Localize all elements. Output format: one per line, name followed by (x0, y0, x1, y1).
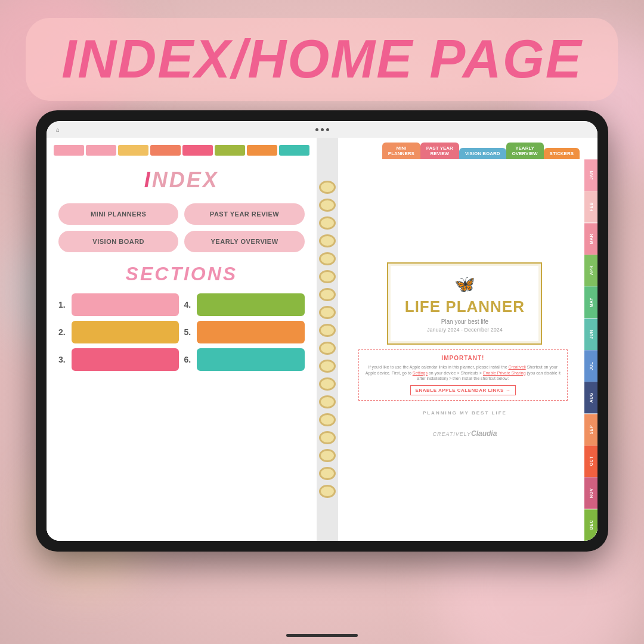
month-tab-nov[interactable]: NOV (584, 477, 597, 509)
color-tab-7 (247, 145, 277, 156)
section-bar-4 (197, 293, 304, 316)
month-tab-oct[interactable]: OCT (584, 445, 597, 477)
color-tab-6 (215, 145, 245, 156)
month-tab-mar[interactable]: MAR (584, 223, 597, 255)
spiral-ring-16 (319, 449, 336, 462)
month-tab-aug[interactable]: AUG (584, 382, 597, 413)
nav-buttons: MINI PLANNERS PAST YEAR REVIEW VISION BO… (54, 203, 309, 252)
section-num-6: 6. (184, 355, 193, 364)
spiral-ring-9 (319, 324, 336, 337)
sections-grid: 1. 4. 2. 5. (54, 293, 309, 371)
spiral-ring-8 (319, 306, 336, 319)
color-tab-1 (54, 145, 84, 156)
month-tab-sep[interactable]: SEP (584, 414, 597, 445)
spiral-ring-5 (319, 252, 336, 265)
left-page: IINDEXNDEX MINI PLANNERS PAST YEAR REVIE… (47, 138, 317, 541)
title-banner: INDEX/HOME PAGE (26, 18, 618, 101)
color-tab-2 (86, 145, 116, 156)
section-row-6: 6. (184, 348, 304, 371)
spiral-ring-3 (319, 216, 336, 230)
top-tabs: MINIPLANNERS PAST YEARREVIEW VISION BOAR… (338, 138, 597, 159)
section-bar-5 (197, 321, 304, 343)
month-tab-may[interactable]: MAY (584, 286, 597, 318)
spiral-ring-2 (319, 199, 336, 212)
color-tab-3 (118, 145, 148, 156)
life-planner-title: LIFE PLANNER (402, 298, 527, 316)
section-row-1: 1. (58, 293, 179, 316)
color-tab-5 (182, 145, 213, 156)
home-indicator (286, 634, 358, 637)
tab-yearly-overview[interactable]: YEARLYOVERVIEW (506, 143, 544, 159)
section-num-4: 4. (184, 300, 193, 309)
month-tab-dec[interactable]: DEC (584, 509, 597, 541)
life-planner-box: 🦋 LIFE PLANNER Plan your best life Janua… (387, 262, 542, 345)
dot-3 (326, 128, 329, 131)
status-dots (315, 128, 329, 131)
tab-vision-board[interactable]: VISION BOARD (459, 148, 506, 159)
important-body: If you'd like to use the Apple calendar … (365, 364, 561, 382)
month-tabs: JAN FEB MAR APR MAY JUN JUL AUG SEP OCT … (584, 159, 597, 541)
spiral-ring-6 (319, 270, 336, 283)
important-box: IMPORTANT! If you'd like to use the Appl… (358, 349, 568, 401)
section-num-5: 5. (184, 327, 193, 337)
spiral-ring-15 (319, 431, 336, 444)
planning-text: PLANNING MY BEST LIFE (423, 410, 507, 416)
enable-calendar-link[interactable]: ENABLE APPLE CALENDAR LINKS → (410, 385, 516, 395)
spiral-ring-7 (319, 288, 336, 301)
dot-2 (321, 128, 324, 131)
spiral-ring-14 (319, 413, 336, 426)
section-num-2: 2. (58, 327, 68, 337)
tab-past-year-review[interactable]: PAST YEARREVIEW (420, 143, 459, 159)
ipad-screen: ⌂ (47, 121, 597, 541)
spiral-binding (317, 138, 338, 541)
color-tabs (54, 145, 309, 156)
month-tab-jan[interactable]: JAN (584, 159, 597, 191)
life-planner-subtitle: Plan your best life (402, 318, 527, 325)
spiral-ring-1 (319, 181, 336, 194)
color-tab-8 (279, 145, 309, 156)
tab-stickers[interactable]: STICKERS (544, 148, 580, 159)
nav-btn-mini-planners[interactable]: MINI PLANNERS (58, 203, 178, 225)
sections-title: SECTIONS (54, 263, 309, 285)
spiral-ring-10 (319, 342, 336, 355)
month-tab-jul[interactable]: JUL (584, 350, 597, 382)
month-tab-jun[interactable]: JUN (584, 318, 597, 350)
dot-1 (315, 128, 318, 131)
cover-content: 🦋 LIFE PLANNER Plan your best life Janua… (338, 159, 597, 541)
section-row-3: 3. (58, 348, 179, 371)
status-icon: ⌂ (56, 126, 60, 133)
spiral-ring-11 (319, 360, 336, 373)
brand-name: CREATIVELYClaudia (432, 429, 497, 438)
butterfly-icon: 🦋 (402, 274, 527, 294)
status-bar: ⌂ (47, 121, 597, 138)
section-bar-3 (72, 348, 179, 371)
nav-btn-vision-board[interactable]: VISION BOARD (58, 231, 178, 252)
planner-area: IINDEXNDEX MINI PLANNERS PAST YEAR REVIE… (47, 138, 597, 541)
section-row-2: 2. (58, 321, 179, 343)
section-bar-2 (72, 321, 179, 343)
section-bar-1 (72, 293, 179, 316)
important-title: IMPORTANT! (365, 355, 561, 361)
page-title: INDEX/HOME PAGE (61, 29, 582, 90)
nav-btn-yearly-overview[interactable]: YEARLY OVERVIEW (184, 231, 304, 252)
right-page: MINIPLANNERS PAST YEARREVIEW VISION BOAR… (338, 138, 597, 541)
month-tab-apr[interactable]: APR (584, 255, 597, 286)
spiral-ring-18 (319, 485, 336, 498)
section-row-5: 5. (184, 321, 304, 343)
month-tab-feb[interactable]: FEB (584, 191, 597, 222)
spiral-ring-12 (319, 377, 336, 391)
spiral-ring-4 (319, 234, 336, 247)
section-num-3: 3. (58, 355, 68, 364)
section-num-1: 1. (58, 300, 68, 309)
index-letter-i: I (144, 168, 152, 192)
life-planner-dates: January 2024 - December 2024 (402, 327, 527, 333)
color-tab-4 (150, 145, 181, 156)
nav-btn-past-year-review[interactable]: PAST YEAR REVIEW (184, 203, 304, 225)
ipad-device: ⌂ (36, 110, 608, 552)
section-row-4: 4. (184, 293, 304, 316)
index-title: IINDEXNDEX (54, 168, 309, 193)
tab-mini-planners[interactable]: MINIPLANNERS (382, 143, 420, 159)
section-bar-6 (197, 348, 304, 371)
spiral-ring-13 (319, 395, 336, 408)
spiral-ring-17 (319, 467, 336, 480)
